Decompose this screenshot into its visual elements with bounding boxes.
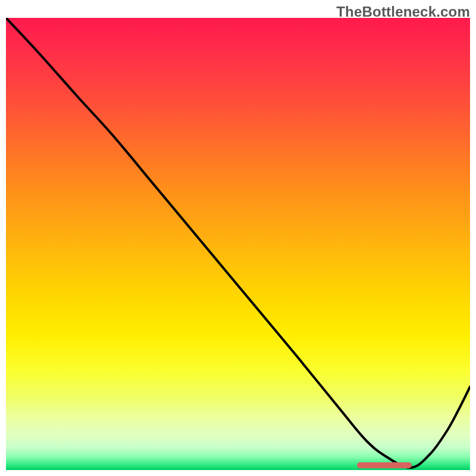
plot-area bbox=[6, 18, 470, 470]
curve-svg bbox=[6, 18, 470, 470]
chart-container: TheBottleneck.com bbox=[0, 0, 476, 476]
bottleneck-marker bbox=[357, 462, 412, 468]
curve-path bbox=[6, 18, 470, 468]
